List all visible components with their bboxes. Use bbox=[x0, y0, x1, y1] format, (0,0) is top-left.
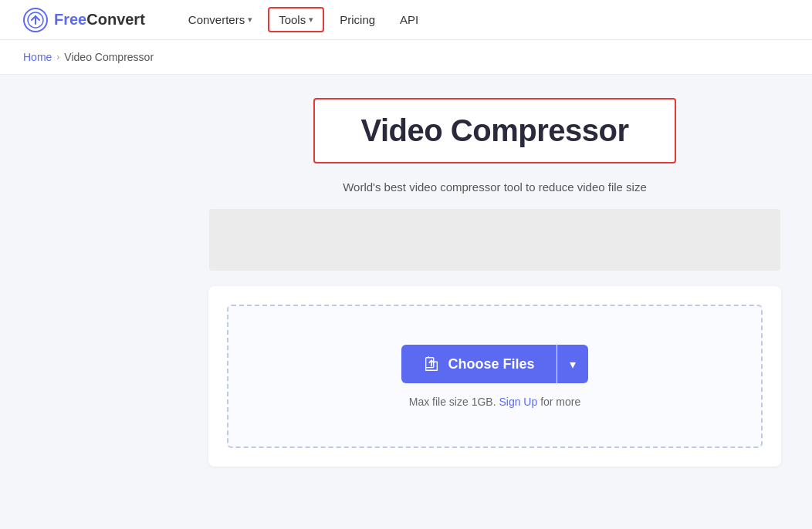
nav-converters[interactable]: Converters ▾ bbox=[179, 8, 262, 31]
breadcrumb-current: Video Compressor bbox=[64, 51, 154, 63]
sign-up-link[interactable]: Sign Up bbox=[499, 396, 537, 408]
logo-icon bbox=[23, 8, 48, 32]
sidebar bbox=[0, 75, 185, 529]
breadcrumb: Home › Video Compressor bbox=[0, 40, 812, 75]
choose-files-button[interactable]: Choose Files bbox=[401, 345, 556, 383]
title-block: Video Compressor bbox=[313, 98, 677, 163]
main-layout: Video Compressor World's best video comp… bbox=[0, 75, 812, 529]
choose-files-group: Choose Files ▾ bbox=[401, 345, 587, 383]
logo[interactable]: FreeConvert bbox=[23, 8, 145, 32]
choose-files-label: Choose Files bbox=[448, 356, 534, 372]
ad-banner bbox=[209, 209, 780, 271]
main-nav: Converters ▾ Tools ▾ Pricing API bbox=[179, 7, 428, 32]
logo-text: FreeConvert bbox=[54, 11, 145, 29]
site-header: FreeConvert Converters ▾ Tools ▾ Pricing… bbox=[0, 0, 812, 40]
upload-icon bbox=[423, 355, 440, 372]
nav-tools[interactable]: Tools ▾ bbox=[268, 7, 324, 32]
converters-chevron-icon: ▾ bbox=[248, 15, 252, 25]
choose-files-dropdown-button[interactable]: ▾ bbox=[557, 345, 588, 383]
breadcrumb-home[interactable]: Home bbox=[23, 51, 52, 63]
upload-card: Choose Files ▾ Max file size 1GB. Sign U… bbox=[208, 286, 781, 467]
page-subtitle: World's best video compressor tool to re… bbox=[343, 180, 647, 194]
page-title: Video Compressor bbox=[361, 113, 629, 148]
dropdown-chevron-icon: ▾ bbox=[570, 357, 576, 372]
main-content: Video Compressor World's best video comp… bbox=[185, 75, 812, 529]
tools-chevron-icon: ▾ bbox=[309, 15, 313, 25]
breadcrumb-separator: › bbox=[56, 52, 59, 62]
nav-api[interactable]: API bbox=[391, 8, 428, 31]
max-size-text: Max file size 1GB. Sign Up for more bbox=[409, 396, 581, 408]
drop-zone[interactable]: Choose Files ▾ Max file size 1GB. Sign U… bbox=[227, 305, 763, 448]
nav-pricing[interactable]: Pricing bbox=[330, 8, 384, 31]
